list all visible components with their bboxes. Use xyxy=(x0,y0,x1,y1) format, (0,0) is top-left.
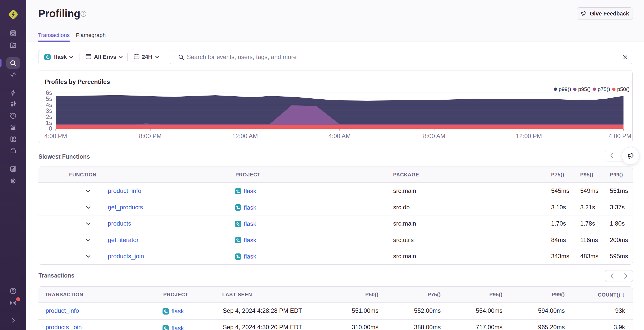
svg-text:p99(): p99() xyxy=(559,86,571,92)
svg-text:0: 0 xyxy=(49,125,52,132)
svg-text:4:00 PM: 4:00 PM xyxy=(44,133,67,139)
svg-text:4:00 AM: 4:00 AM xyxy=(328,133,351,139)
svg-text:p75(): p75() xyxy=(598,86,610,92)
svg-text:p95(): p95() xyxy=(578,86,591,92)
svg-text:12:00 AM: 12:00 AM xyxy=(232,133,258,139)
svg-text:p50(): p50() xyxy=(617,86,630,92)
svg-text:8:00 AM: 8:00 AM xyxy=(423,133,445,139)
svg-text:8:00 PM: 8:00 PM xyxy=(139,133,162,139)
svg-text:4:00 PM: 4:00 PM xyxy=(609,133,631,139)
svg-text:12:00 PM: 12:00 PM xyxy=(516,133,542,139)
